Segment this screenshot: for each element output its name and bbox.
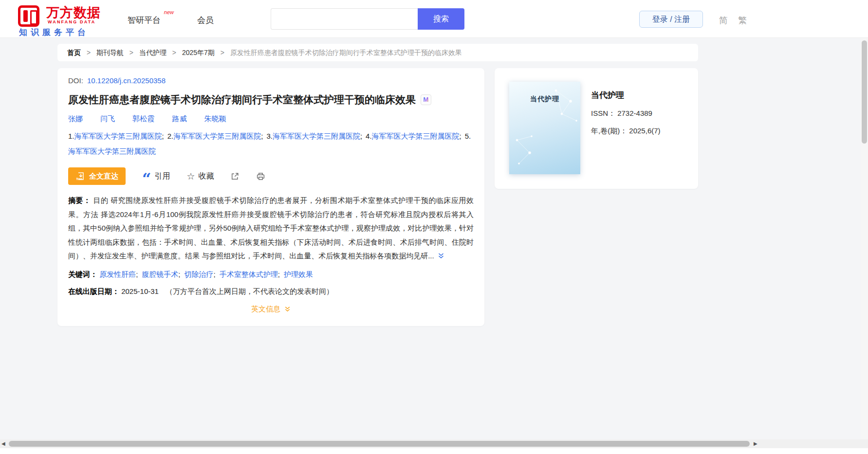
vertical-scrollbar[interactable] bbox=[861, 38, 868, 439]
author-link[interactable]: 张娜 bbox=[68, 114, 83, 123]
author-link[interactable]: 路威 bbox=[172, 114, 187, 123]
lang-simplified-toggle[interactable]: 简 bbox=[719, 15, 728, 26]
scroll-left-arrow-icon[interactable]: ◀ bbox=[1, 441, 5, 447]
breadcrumb-separator: > bbox=[172, 49, 176, 56]
fulltext-button[interactable]: free 全文直达 bbox=[68, 167, 126, 185]
affiliation-number: 2. bbox=[167, 132, 174, 140]
keywords-label: 关键词： bbox=[68, 270, 97, 278]
keyword-separator: ; bbox=[136, 270, 138, 278]
breadcrumb-separator: > bbox=[221, 49, 224, 56]
vertical-scrollbar-thumb[interactable] bbox=[862, 40, 867, 144]
pubdate-label: 在线出版日期： bbox=[68, 287, 119, 295]
breadcrumb: 首页 > 期刊导航 > 当代护理 > 2025年7期 > 原发性肝癌患者腹腔镜手… bbox=[57, 44, 698, 61]
pubdate-value: 2025-10-31 bbox=[121, 287, 159, 295]
affiliation-separator: ; bbox=[460, 132, 462, 140]
metric-badge-icon: M bbox=[421, 94, 431, 105]
keyword-link[interactable]: 护理效果 bbox=[284, 270, 313, 278]
breadcrumb-journal-nav[interactable]: 期刊导航 bbox=[96, 49, 124, 56]
keyword-link[interactable]: 切除治疗 bbox=[185, 270, 214, 278]
keyword-separator: ; bbox=[214, 270, 216, 278]
quote-icon: “ bbox=[142, 172, 151, 181]
nav-member[interactable]: 会员 bbox=[197, 15, 214, 26]
abstract-text: 目的 研究围绕原发性肝癌并接受腹腔镜手术切除治疗的患者展开，分析围术期手术室整体… bbox=[68, 196, 474, 260]
affiliation-number: 4. bbox=[366, 132, 372, 140]
breadcrumb-home[interactable]: 首页 bbox=[67, 49, 81, 56]
keyword-separator: ; bbox=[178, 270, 180, 278]
keyword-separator: ; bbox=[278, 270, 280, 278]
nav-member-label: 会员 bbox=[197, 16, 214, 25]
fulltext-free-icon: free bbox=[75, 171, 85, 181]
english-info-label: 英文信息 bbox=[251, 305, 280, 313]
article-card: DOI: 10.12208/j.cn.20250358 原发性肝癌患者腹腔镜手术… bbox=[57, 68, 484, 326]
keyword-list: 关键词： 原发性肝癌;腹腔镜手术;切除治疗;手术室整体式护理;护理效果 bbox=[68, 269, 474, 280]
english-info-toggle[interactable]: 英文信息 bbox=[68, 304, 474, 315]
affiliation-link[interactable]: 海军军医大学第三附属医院 bbox=[68, 147, 156, 155]
affiliation-separator: ; bbox=[162, 132, 164, 140]
cite-button[interactable]: “ 引用 bbox=[142, 171, 170, 182]
login-register-button[interactable]: 登录 / 注册 bbox=[639, 11, 703, 28]
doi-link[interactable]: 10.12208/j.cn.20250358 bbox=[87, 76, 166, 85]
breadcrumb-separator: > bbox=[129, 49, 133, 56]
horizontal-scrollbar-thumb[interactable] bbox=[9, 441, 750, 447]
keyword-link[interactable]: 手术室整体式护理 bbox=[220, 270, 278, 278]
doi-row: DOI: 10.12208/j.cn.20250358 bbox=[68, 76, 474, 86]
lang-traditional-toggle[interactable]: 繁 bbox=[738, 15, 747, 26]
print-button[interactable] bbox=[256, 172, 265, 181]
abstract: 摘要： 目的 研究围绕原发性肝癌并接受腹腔镜手术切除治疗的患者展开，分析围术期手… bbox=[68, 194, 474, 264]
search-bar: 搜索 bbox=[271, 8, 464, 30]
affiliation-separator: ; bbox=[261, 132, 263, 140]
article-title-text: 原发性肝癌患者腹腔镜手术切除治疗期间行手术室整体式护理干预的临床效果 bbox=[68, 93, 416, 106]
brand-tagline: 知识服务平台 bbox=[19, 27, 89, 38]
affiliation-list: 1.海军军医大学第三附属医院;2.海军军医大学第三附属医院;3.海军军医大学第三… bbox=[68, 128, 474, 159]
print-icon bbox=[256, 172, 265, 181]
journal-card: 当代护理 当代护理 ISSN： 2732-4389 年,卷(期)： 2025,6… bbox=[495, 68, 698, 189]
expand-abstract-icon[interactable] bbox=[438, 250, 444, 264]
affiliation-link[interactable]: 海军军医大学第三附属医院 bbox=[74, 132, 162, 140]
search-button[interactable]: 搜索 bbox=[418, 8, 464, 30]
nav-zhiyan-platform[interactable]: 智研平台 new bbox=[128, 15, 161, 26]
affiliation-link[interactable]: 海军军医大学第三附属医院 bbox=[273, 132, 360, 140]
article-title: 原发性肝癌患者腹腔镜手术切除治疗期间行手术室整体式护理干预的临床效果 M bbox=[68, 93, 474, 106]
svg-text:free: free bbox=[76, 177, 82, 181]
chevron-down-icon bbox=[284, 306, 291, 314]
breadcrumb-current: 原发性肝癌患者腹腔镜手术切除治疗期间行手术室整体式护理干预的临床效果 bbox=[230, 49, 462, 56]
issn-label: ISSN： bbox=[591, 109, 615, 117]
star-icon: ☆ bbox=[186, 172, 195, 181]
nav-zhiyan-label: 智研平台 bbox=[128, 16, 161, 25]
affiliation-separator: ; bbox=[360, 132, 362, 140]
issue-label: 年,卷(期)： bbox=[591, 127, 627, 135]
horizontal-scrollbar[interactable]: ◀ ▶ bbox=[0, 439, 868, 448]
keyword-link[interactable]: 原发性肝癌 bbox=[99, 270, 136, 278]
affiliation-link[interactable]: 海军军医大学第三附属医院 bbox=[372, 132, 460, 140]
author-link[interactable]: 闫飞 bbox=[100, 114, 115, 123]
issue-value: 2025,6(7) bbox=[629, 127, 660, 135]
abstract-label: 摘要： bbox=[68, 196, 91, 204]
wanfang-logo[interactable]: 万方数据 WANFANG DATA 知识服务平台 bbox=[17, 4, 110, 35]
new-badge: new bbox=[164, 9, 174, 15]
issn-value: 2732-4389 bbox=[617, 109, 652, 117]
journal-cover-title: 当代护理 bbox=[509, 95, 580, 104]
scroll-right-arrow-icon[interactable]: ▶ bbox=[754, 441, 757, 447]
author-list: 张娜 闫飞 郭松霞 路威 朱晓颖 bbox=[68, 114, 474, 124]
breadcrumb-issue[interactable]: 2025年7期 bbox=[182, 49, 215, 56]
fulltext-button-label: 全文直达 bbox=[89, 172, 118, 181]
affiliation-number: 1. bbox=[68, 132, 74, 140]
share-button[interactable] bbox=[230, 172, 240, 181]
favorite-button[interactable]: ☆ 收藏 bbox=[186, 171, 214, 182]
journal-cover[interactable]: 当代护理 bbox=[509, 82, 580, 174]
cite-button-label: 引用 bbox=[154, 171, 170, 182]
favorite-button-label: 收藏 bbox=[198, 171, 214, 182]
affiliation-link[interactable]: 海军军医大学第三附属医院 bbox=[173, 132, 261, 140]
keyword-link[interactable]: 腹腔镜手术 bbox=[142, 270, 178, 278]
journal-name: 当代护理 bbox=[591, 90, 624, 101]
pubdate-note: （万方平台首次上网日期，不代表论文的发表时间） bbox=[166, 287, 333, 295]
brand-name-cn: 万方数据 bbox=[46, 4, 101, 21]
search-input[interactable] bbox=[271, 8, 418, 30]
brand-name-en: WANFANG DATA bbox=[48, 19, 96, 24]
breadcrumb-journal[interactable]: 当代护理 bbox=[139, 49, 166, 56]
share-icon bbox=[230, 172, 240, 181]
affiliation-number: 5. bbox=[465, 132, 471, 140]
author-link[interactable]: 朱晓颖 bbox=[204, 114, 226, 123]
bottom-strip bbox=[0, 448, 868, 454]
author-link[interactable]: 郭松霞 bbox=[132, 114, 154, 123]
